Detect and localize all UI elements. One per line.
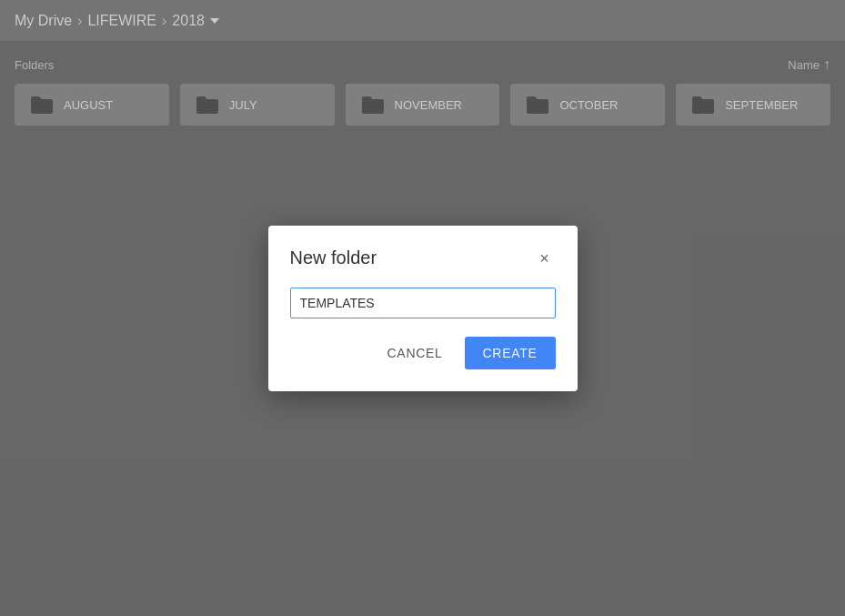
modal-overlay: New folder × CANCEL CREATE bbox=[0, 0, 845, 616]
new-folder-dialog: New folder × CANCEL CREATE bbox=[268, 226, 578, 391]
dialog-title: New folder bbox=[290, 247, 377, 268]
dialog-header: New folder × bbox=[290, 247, 556, 269]
dialog-actions: CANCEL CREATE bbox=[290, 337, 556, 369]
folder-name-input[interactable] bbox=[290, 288, 556, 318]
cancel-button[interactable]: CANCEL bbox=[377, 338, 454, 368]
dialog-close-button[interactable]: × bbox=[534, 247, 556, 269]
create-button[interactable]: CREATE bbox=[465, 337, 556, 369]
